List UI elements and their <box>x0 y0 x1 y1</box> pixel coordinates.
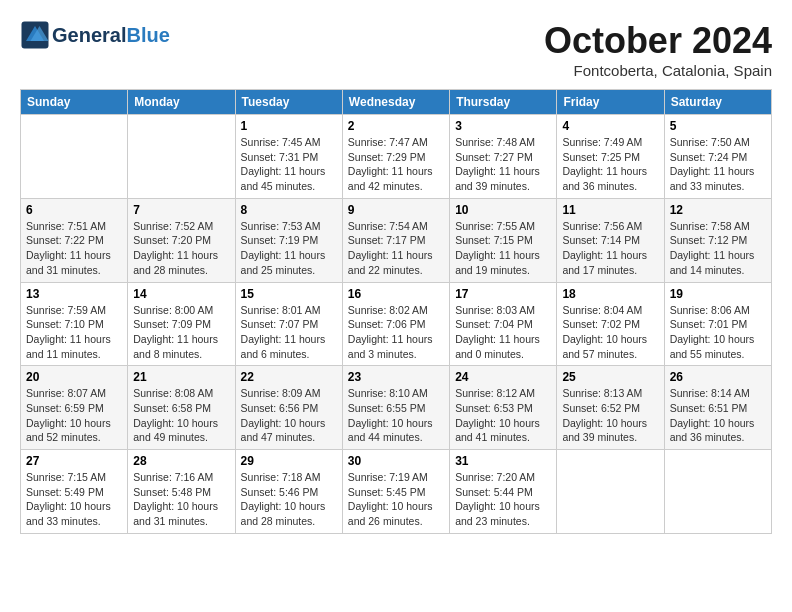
day-number: 15 <box>241 287 337 301</box>
calendar-week-3: 13Sunrise: 7:59 AMSunset: 7:10 PMDayligh… <box>21 282 772 366</box>
title-area: October 2024 Fontcoberta, Catalonia, Spa… <box>544 20 772 79</box>
day-number: 9 <box>348 203 444 217</box>
weekday-header-monday: Monday <box>128 90 235 115</box>
day-info: Sunrise: 7:48 AMSunset: 7:27 PMDaylight:… <box>455 135 551 194</box>
calendar-cell: 16Sunrise: 8:02 AMSunset: 7:06 PMDayligh… <box>342 282 449 366</box>
day-info: Sunrise: 8:06 AMSunset: 7:01 PMDaylight:… <box>670 303 766 362</box>
day-number: 25 <box>562 370 658 384</box>
day-number: 31 <box>455 454 551 468</box>
day-info: Sunrise: 7:52 AMSunset: 7:20 PMDaylight:… <box>133 219 229 278</box>
weekday-header-friday: Friday <box>557 90 664 115</box>
day-info: Sunrise: 7:20 AMSunset: 5:44 PMDaylight:… <box>455 470 551 529</box>
day-number: 20 <box>26 370 122 384</box>
day-info: Sunrise: 7:53 AMSunset: 7:19 PMDaylight:… <box>241 219 337 278</box>
day-number: 28 <box>133 454 229 468</box>
calendar-week-4: 20Sunrise: 8:07 AMSunset: 6:59 PMDayligh… <box>21 366 772 450</box>
day-number: 18 <box>562 287 658 301</box>
day-info: Sunrise: 7:45 AMSunset: 7:31 PMDaylight:… <box>241 135 337 194</box>
calendar-cell: 18Sunrise: 8:04 AMSunset: 7:02 PMDayligh… <box>557 282 664 366</box>
calendar-cell: 10Sunrise: 7:55 AMSunset: 7:15 PMDayligh… <box>450 198 557 282</box>
calendar-cell: 21Sunrise: 8:08 AMSunset: 6:58 PMDayligh… <box>128 366 235 450</box>
calendar-cell <box>557 450 664 534</box>
month-title: October 2024 <box>544 20 772 62</box>
day-info: Sunrise: 7:15 AMSunset: 5:49 PMDaylight:… <box>26 470 122 529</box>
day-info: Sunrise: 7:18 AMSunset: 5:46 PMDaylight:… <box>241 470 337 529</box>
logo-general: General <box>52 24 126 46</box>
weekday-header-thursday: Thursday <box>450 90 557 115</box>
day-number: 29 <box>241 454 337 468</box>
day-number: 30 <box>348 454 444 468</box>
day-number: 1 <box>241 119 337 133</box>
day-number: 17 <box>455 287 551 301</box>
calendar-cell: 25Sunrise: 8:13 AMSunset: 6:52 PMDayligh… <box>557 366 664 450</box>
day-info: Sunrise: 8:01 AMSunset: 7:07 PMDaylight:… <box>241 303 337 362</box>
day-number: 21 <box>133 370 229 384</box>
day-info: Sunrise: 8:10 AMSunset: 6:55 PMDaylight:… <box>348 386 444 445</box>
calendar-cell: 28Sunrise: 7:16 AMSunset: 5:48 PMDayligh… <box>128 450 235 534</box>
calendar-week-2: 6Sunrise: 7:51 AMSunset: 7:22 PMDaylight… <box>21 198 772 282</box>
calendar-cell: 30Sunrise: 7:19 AMSunset: 5:45 PMDayligh… <box>342 450 449 534</box>
day-info: Sunrise: 8:14 AMSunset: 6:51 PMDaylight:… <box>670 386 766 445</box>
page-header: GeneralBlue October 2024 Fontcoberta, Ca… <box>20 20 772 79</box>
logo-blue: Blue <box>126 24 169 46</box>
calendar-cell: 15Sunrise: 8:01 AMSunset: 7:07 PMDayligh… <box>235 282 342 366</box>
day-info: Sunrise: 8:12 AMSunset: 6:53 PMDaylight:… <box>455 386 551 445</box>
calendar-cell: 24Sunrise: 8:12 AMSunset: 6:53 PMDayligh… <box>450 366 557 450</box>
day-number: 6 <box>26 203 122 217</box>
day-info: Sunrise: 7:59 AMSunset: 7:10 PMDaylight:… <box>26 303 122 362</box>
calendar-week-1: 1Sunrise: 7:45 AMSunset: 7:31 PMDaylight… <box>21 115 772 199</box>
weekday-header-wednesday: Wednesday <box>342 90 449 115</box>
calendar-cell: 19Sunrise: 8:06 AMSunset: 7:01 PMDayligh… <box>664 282 771 366</box>
day-info: Sunrise: 8:02 AMSunset: 7:06 PMDaylight:… <box>348 303 444 362</box>
day-info: Sunrise: 8:08 AMSunset: 6:58 PMDaylight:… <box>133 386 229 445</box>
weekday-header-sunday: Sunday <box>21 90 128 115</box>
day-number: 13 <box>26 287 122 301</box>
calendar-week-5: 27Sunrise: 7:15 AMSunset: 5:49 PMDayligh… <box>21 450 772 534</box>
weekday-header-saturday: Saturday <box>664 90 771 115</box>
calendar-cell: 1Sunrise: 7:45 AMSunset: 7:31 PMDaylight… <box>235 115 342 199</box>
day-number: 4 <box>562 119 658 133</box>
day-number: 12 <box>670 203 766 217</box>
calendar-cell: 29Sunrise: 7:18 AMSunset: 5:46 PMDayligh… <box>235 450 342 534</box>
day-info: Sunrise: 7:55 AMSunset: 7:15 PMDaylight:… <box>455 219 551 278</box>
day-number: 19 <box>670 287 766 301</box>
day-number: 11 <box>562 203 658 217</box>
day-info: Sunrise: 7:54 AMSunset: 7:17 PMDaylight:… <box>348 219 444 278</box>
day-number: 2 <box>348 119 444 133</box>
day-info: Sunrise: 7:51 AMSunset: 7:22 PMDaylight:… <box>26 219 122 278</box>
day-number: 7 <box>133 203 229 217</box>
calendar-cell: 12Sunrise: 7:58 AMSunset: 7:12 PMDayligh… <box>664 198 771 282</box>
day-number: 24 <box>455 370 551 384</box>
logo-icon <box>20 20 50 50</box>
day-info: Sunrise: 8:09 AMSunset: 6:56 PMDaylight:… <box>241 386 337 445</box>
calendar-cell: 17Sunrise: 8:03 AMSunset: 7:04 PMDayligh… <box>450 282 557 366</box>
day-info: Sunrise: 8:00 AMSunset: 7:09 PMDaylight:… <box>133 303 229 362</box>
day-number: 14 <box>133 287 229 301</box>
calendar-cell: 20Sunrise: 8:07 AMSunset: 6:59 PMDayligh… <box>21 366 128 450</box>
calendar-cell: 11Sunrise: 7:56 AMSunset: 7:14 PMDayligh… <box>557 198 664 282</box>
day-info: Sunrise: 8:13 AMSunset: 6:52 PMDaylight:… <box>562 386 658 445</box>
calendar-cell: 14Sunrise: 8:00 AMSunset: 7:09 PMDayligh… <box>128 282 235 366</box>
day-info: Sunrise: 8:03 AMSunset: 7:04 PMDaylight:… <box>455 303 551 362</box>
day-number: 27 <box>26 454 122 468</box>
day-number: 10 <box>455 203 551 217</box>
day-info: Sunrise: 8:07 AMSunset: 6:59 PMDaylight:… <box>26 386 122 445</box>
calendar-cell: 26Sunrise: 8:14 AMSunset: 6:51 PMDayligh… <box>664 366 771 450</box>
day-info: Sunrise: 7:50 AMSunset: 7:24 PMDaylight:… <box>670 135 766 194</box>
day-number: 16 <box>348 287 444 301</box>
calendar-cell: 31Sunrise: 7:20 AMSunset: 5:44 PMDayligh… <box>450 450 557 534</box>
day-number: 22 <box>241 370 337 384</box>
day-info: Sunrise: 7:49 AMSunset: 7:25 PMDaylight:… <box>562 135 658 194</box>
calendar-cell: 8Sunrise: 7:53 AMSunset: 7:19 PMDaylight… <box>235 198 342 282</box>
calendar-cell: 4Sunrise: 7:49 AMSunset: 7:25 PMDaylight… <box>557 115 664 199</box>
calendar-cell <box>664 450 771 534</box>
day-info: Sunrise: 7:19 AMSunset: 5:45 PMDaylight:… <box>348 470 444 529</box>
calendar-cell: 27Sunrise: 7:15 AMSunset: 5:49 PMDayligh… <box>21 450 128 534</box>
day-info: Sunrise: 7:47 AMSunset: 7:29 PMDaylight:… <box>348 135 444 194</box>
location-title: Fontcoberta, Catalonia, Spain <box>544 62 772 79</box>
logo: GeneralBlue <box>20 20 170 50</box>
calendar-cell: 3Sunrise: 7:48 AMSunset: 7:27 PMDaylight… <box>450 115 557 199</box>
calendar-cell: 13Sunrise: 7:59 AMSunset: 7:10 PMDayligh… <box>21 282 128 366</box>
calendar-cell: 7Sunrise: 7:52 AMSunset: 7:20 PMDaylight… <box>128 198 235 282</box>
day-info: Sunrise: 7:58 AMSunset: 7:12 PMDaylight:… <box>670 219 766 278</box>
